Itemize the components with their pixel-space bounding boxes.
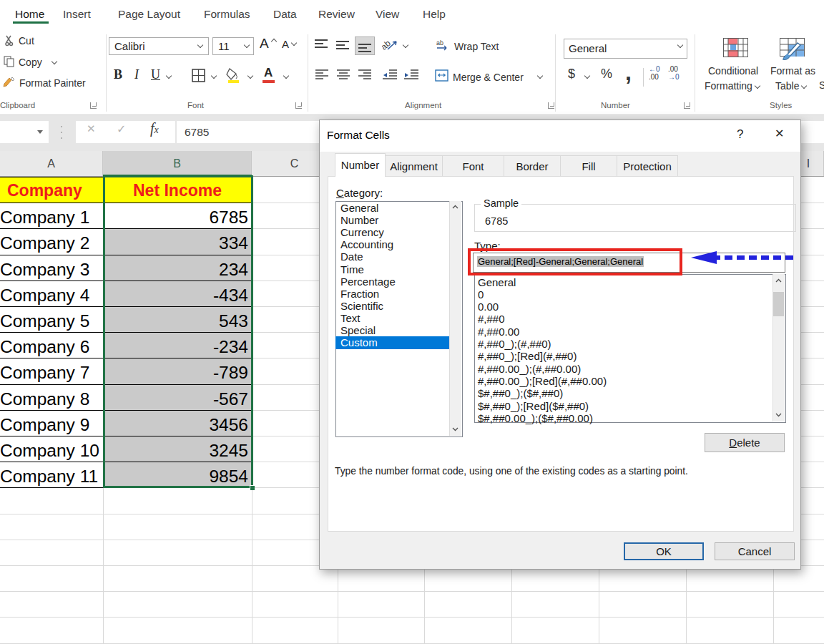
svg-text:ab: ab <box>382 38 393 52</box>
svg-text:ab: ab <box>436 39 443 47</box>
